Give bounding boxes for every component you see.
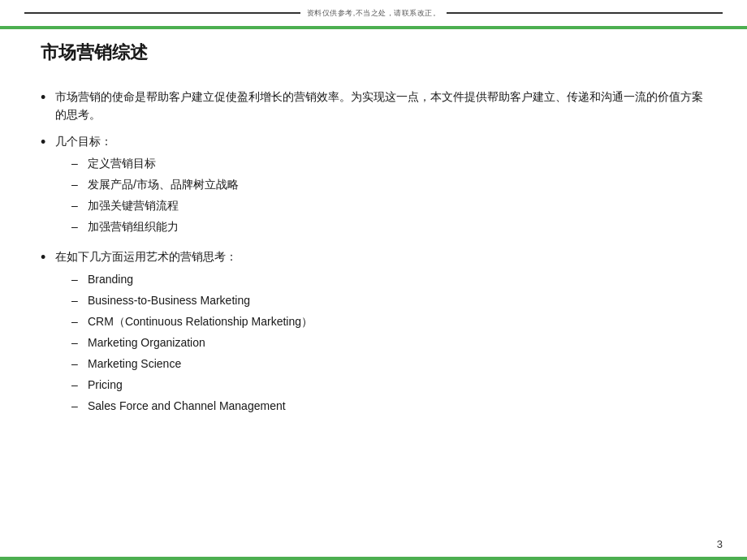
dash: – — [71, 197, 88, 214]
page-title: 市场营销综述 — [41, 41, 706, 68]
top-bar-line-right — [447, 12, 723, 14]
list-item: – Branding — [55, 271, 706, 288]
main-content: 市场营销综述 • 市场营销的使命是帮助客户建立促使盈利增长的营销效率。为实现这一… — [41, 41, 706, 528]
sub-item-text: Branding — [88, 271, 133, 288]
top-bar: 资料仅供参考,不当之处，请联系改正。 — [0, 0, 747, 26]
dash: – — [71, 176, 88, 193]
dash: – — [71, 398, 88, 415]
list-item: – Marketing Science — [55, 355, 706, 373]
list-item: • 在如下几方面运用艺术的营销思考： – Branding – Business… — [41, 248, 706, 418]
bullet-dot: • — [41, 246, 55, 269]
list-item: – 加强营销组织能力 — [55, 218, 706, 235]
page-number: 3 — [717, 538, 723, 550]
dash: – — [71, 355, 88, 373]
bullet-text-container: 几个目标： – 定义营销目标 – 发展产品/市场、品牌树立战略 – 加强关键营销… — [55, 132, 706, 239]
sub-item-text: Business-to-Business Marketing — [88, 292, 250, 309]
top-bar-line-left — [24, 12, 300, 14]
bullet-text: 在如下几方面运用艺术的营销思考： — [55, 250, 237, 263]
bullet-text: 市场营销的使命是帮助客户建立促使盈利增长的营销效率。为实现这一点，本文件提供帮助… — [55, 88, 706, 124]
list-item: – Sales Force and Channel Management — [55, 398, 706, 415]
sub-item-text: Marketing Organization — [88, 334, 205, 351]
top-green-bar — [0, 26, 747, 29]
sub-item-text: 加强营销组织能力 — [88, 218, 179, 235]
bullet-dot: • — [41, 86, 55, 110]
bottom-green-bar — [0, 557, 747, 560]
sub-item-text: 发展产品/市场、品牌树立战略 — [88, 176, 239, 193]
sub-item-text: CRM（Continuous Relationship Marketing） — [88, 313, 313, 330]
sub-list: – 定义营销目标 – 发展产品/市场、品牌树立战略 – 加强关键营销流程 – 加… — [55, 155, 706, 235]
top-bar-text: 资料仅供参考,不当之处，请联系改正。 — [307, 8, 441, 19]
sub-item-text: Sales Force and Channel Management — [88, 398, 286, 415]
list-item: – 发展产品/市场、品牌树立战略 — [55, 176, 706, 193]
dash: – — [71, 218, 88, 235]
list-item: – Marketing Organization — [55, 334, 706, 351]
list-item: – 定义营销目标 — [55, 155, 706, 172]
dash: – — [71, 155, 88, 172]
bullet-text-container: 在如下几方面运用艺术的营销思考： – Branding – Business-t… — [55, 248, 706, 418]
main-bullet-list: • 市场营销的使命是帮助客户建立促使盈利增长的营销效率。为实现这一点，本文件提供… — [41, 88, 706, 419]
list-item: – Business-to-Business Marketing — [55, 292, 706, 309]
dash: – — [71, 292, 88, 309]
sub-item-text: 定义营销目标 — [88, 155, 156, 172]
sub-item-text: Marketing Science — [88, 355, 181, 373]
list-item: – 加强关键营销流程 — [55, 197, 706, 214]
list-item: • 市场营销的使命是帮助客户建立促使盈利增长的营销效率。为实现这一点，本文件提供… — [41, 88, 706, 124]
sub-item-text: Pricing — [88, 377, 123, 394]
dash: – — [71, 313, 88, 330]
sub-list: – Branding – Business-to-Business Market… — [55, 271, 706, 415]
dash: – — [71, 271, 88, 288]
list-item: – CRM（Continuous Relationship Marketing） — [55, 313, 706, 330]
bullet-text: 几个目标： — [55, 135, 112, 148]
dash: – — [71, 334, 88, 351]
list-item: • 几个目标： – 定义营销目标 – 发展产品/市场、品牌树立战略 – 加强关键… — [41, 132, 706, 239]
bullet-dot: • — [41, 131, 55, 154]
list-item: – Pricing — [55, 377, 706, 394]
dash: – — [71, 377, 88, 394]
sub-item-text: 加强关键营销流程 — [88, 197, 179, 214]
